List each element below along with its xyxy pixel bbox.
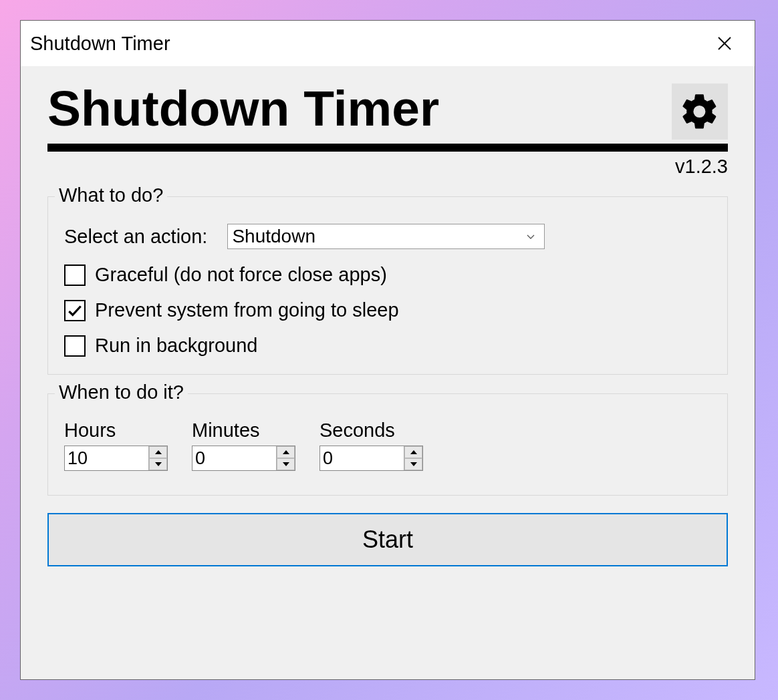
what-legend: What to do? xyxy=(55,184,167,206)
minutes-spinner-btns xyxy=(276,446,295,470)
settings-button[interactable] xyxy=(672,83,728,140)
action-select-value: Shutdown xyxy=(232,226,315,247)
caret-up-icon xyxy=(154,450,162,455)
minutes-spinner xyxy=(192,446,295,471)
prevent-sleep-checkbox[interactable] xyxy=(64,300,86,321)
svg-marker-3 xyxy=(155,462,162,466)
background-checkbox[interactable] xyxy=(64,335,86,357)
caret-down-icon xyxy=(410,462,418,467)
start-button[interactable]: Start xyxy=(47,513,728,566)
header-divider xyxy=(47,144,728,152)
titlebar: Shutdown Timer xyxy=(21,21,755,66)
prevent-sleep-label: Prevent system from going to sleep xyxy=(95,299,399,321)
seconds-col: Seconds xyxy=(319,419,423,471)
background-label: Run in background xyxy=(95,335,257,357)
window-title: Shutdown Timer xyxy=(30,33,170,55)
caret-up-icon xyxy=(282,450,290,455)
seconds-down-button[interactable] xyxy=(404,458,422,470)
action-row: Select an action: Shutdown xyxy=(61,224,714,249)
minutes-input[interactable] xyxy=(192,446,276,470)
svg-marker-2 xyxy=(155,450,162,454)
seconds-input[interactable] xyxy=(320,446,404,470)
app-window: Shutdown Timer Shutdown Timer v1.2.3 Wha… xyxy=(20,20,755,680)
close-button[interactable] xyxy=(708,27,741,60)
svg-marker-7 xyxy=(410,462,417,466)
graceful-checkbox[interactable] xyxy=(64,265,86,286)
caret-up-icon xyxy=(410,450,418,455)
checkmark-icon xyxy=(66,302,84,319)
hours-col: Hours xyxy=(64,419,168,471)
hours-up-button[interactable] xyxy=(149,446,167,458)
seconds-spinner-btns xyxy=(404,446,422,470)
start-button-label: Start xyxy=(362,526,413,554)
minutes-down-button[interactable] xyxy=(277,458,295,470)
minutes-col: Minutes xyxy=(192,419,295,471)
close-icon xyxy=(717,35,733,51)
what-fieldset: What to do? Select an action: Shutdown G… xyxy=(47,196,728,375)
hours-down-button[interactable] xyxy=(149,458,167,470)
when-fieldset: When to do it? Hours Minutes xyxy=(47,393,728,496)
minutes-up-button[interactable] xyxy=(277,446,295,458)
hours-spinner xyxy=(64,446,168,471)
seconds-spinner xyxy=(319,446,423,471)
graceful-row: Graceful (do not force close apps) xyxy=(64,264,714,286)
caret-down-icon xyxy=(282,462,290,467)
svg-marker-5 xyxy=(283,462,289,466)
svg-marker-6 xyxy=(410,450,417,454)
caret-down-icon xyxy=(154,462,162,467)
background-row: Run in background xyxy=(64,335,714,357)
prevent-sleep-row: Prevent system from going to sleep xyxy=(64,299,714,321)
gear-icon xyxy=(679,91,721,132)
action-select[interactable]: Shutdown xyxy=(227,224,545,249)
graceful-label: Graceful (do not force close apps) xyxy=(95,264,387,286)
time-row: Hours Minutes xyxy=(64,419,714,471)
when-legend: When to do it? xyxy=(55,381,188,403)
hours-label: Hours xyxy=(64,419,168,442)
seconds-up-button[interactable] xyxy=(404,446,422,458)
app-title: Shutdown Timer xyxy=(47,82,672,135)
hours-input[interactable] xyxy=(65,446,148,470)
chevron-down-icon xyxy=(525,231,536,242)
hours-spinner-btns xyxy=(148,446,167,470)
svg-marker-4 xyxy=(283,450,289,454)
header-row: Shutdown Timer xyxy=(47,82,728,140)
action-label: Select an action: xyxy=(64,226,207,248)
version-label: v1.2.3 xyxy=(47,156,728,178)
seconds-label: Seconds xyxy=(319,419,423,442)
minutes-label: Minutes xyxy=(192,419,295,442)
client-area: Shutdown Timer v1.2.3 What to do? Select… xyxy=(21,66,755,679)
